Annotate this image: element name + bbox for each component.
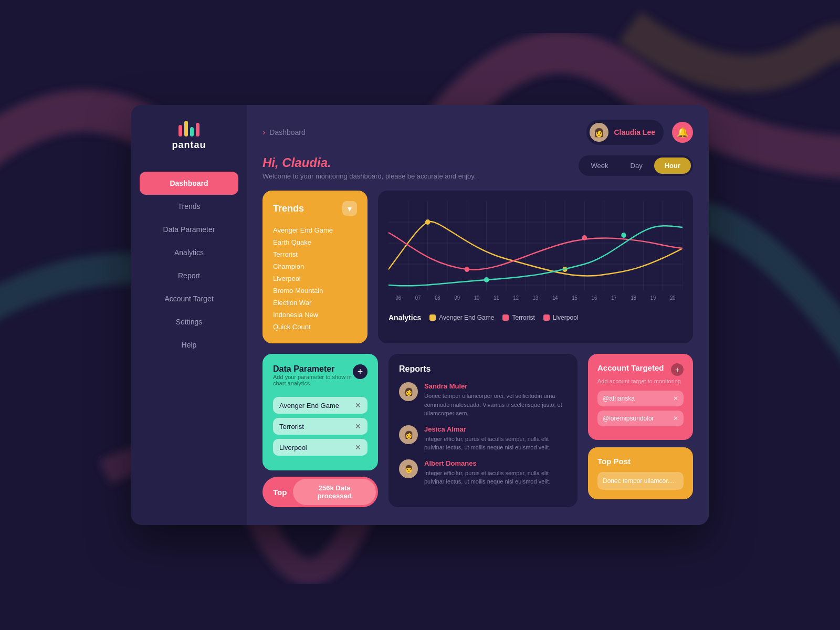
svg-text:10: 10 [474,295,479,301]
report-text-3: Integer efficitur, purus et iaculis semp… [424,469,567,486]
top-bar-label: Top [273,488,287,497]
filter-tab-hour[interactable]: Hour [654,158,691,174]
param-tag-remove-1[interactable]: ✕ [355,401,361,410]
param-tag-3: Liverpool ✕ [273,439,368,456]
data-param-subtitle: Add your parameter to show in chart anal… [273,374,353,386]
param-tag-remove-2[interactable]: ✕ [355,422,361,430]
sidebar-item-report[interactable]: Report [131,264,247,287]
trend-item-3[interactable]: Terrorist [273,248,357,260]
filter-tab-day[interactable]: Day [620,158,653,174]
param-tag-2: Terrorist ✕ [273,418,368,435]
report-content-1: Sandra Muler Donec tempor ullamcorper or… [424,382,567,418]
report-item-3: 👨 Albert Domanes Integer efficitur, puru… [399,459,567,486]
report-item-2: 👩 Jesica Almar Integer efficitur, purus … [399,425,567,452]
avatar: 👩 [590,123,608,142]
svg-text:12: 12 [513,295,518,301]
svg-text:14: 14 [552,295,558,301]
logo-bar-2 [184,121,188,136]
trend-item-1[interactable]: Avenger End Game [273,224,357,236]
svg-text:15: 15 [572,295,577,301]
breadcrumb: › Dashboard [262,128,306,137]
legend-dot-terrorist [502,314,509,321]
trends-card-header: Trends ▾ [273,201,357,216]
analytics-chart-card: 06 07 08 09 10 11 12 13 14 15 16 17 18 1… [378,191,693,343]
account-tag-remove-1[interactable]: ✕ [673,395,678,402]
chart-label: Analytics [388,313,421,322]
top-post-content: Donec tempor ullamcor.... [597,472,684,490]
top-bar: Top 256k Data processed [262,477,378,507]
report-item-1: 👩 Sandra Muler Donec tempor ullamcorper … [399,382,567,418]
sidebar-item-settings[interactable]: Settings [131,310,247,333]
legend-dot-liverpool [543,314,550,321]
param-tag-remove-3[interactable]: ✕ [355,443,361,452]
legend-liverpool: Liverpool [543,314,579,321]
account-targeted-subtitle: Add account target to monitoring [597,378,684,384]
report-avatar-1: 👩 [399,382,418,401]
filter-tabs: Week Day Hour [579,155,693,176]
svg-text:08: 08 [435,295,440,301]
legend-label-terrorist: Terrorist [512,314,534,321]
top-post-title: Top Post [597,457,684,466]
account-tag-label-2: @loremipsundolor [603,415,654,422]
filter-tab-week[interactable]: Week [581,158,619,174]
data-param-titles: Data Parameter Add your parameter to sho… [273,364,353,393]
report-text-2: Integer efficitur, purus et iaculis semp… [424,435,567,452]
main-content: › Dashboard 👩 Claudia Lee 🔔 Hi, Claudia.… [247,105,709,525]
data-parameter-card: Data Parameter Add your parameter to sho… [262,354,378,470]
account-targeted-add-button[interactable]: + [671,363,684,376]
trends-title: Trends [273,203,304,214]
data-param-title: Data Parameter [273,364,353,374]
svg-point-23 [484,277,489,282]
data-param-add-button[interactable]: + [353,364,368,379]
svg-text:20: 20 [670,295,675,301]
trends-chevron-button[interactable]: ▾ [342,201,357,216]
logo-bars [178,121,200,136]
sidebar: pantau Dashboard Trends Data Parameter A… [131,105,247,525]
welcome-row: Hi, Claudia. Welcome to your monitoring … [262,155,693,180]
welcome-subtitle: Welcome to your monitoring dashboard, pl… [262,172,476,180]
sidebar-item-data-parameter[interactable]: Data Parameter [131,218,247,241]
param-tag-label-2: Terrorist [279,423,304,430]
trend-item-4[interactable]: Champion [273,260,357,272]
logo-bar-1 [178,125,182,136]
user-info[interactable]: 👩 Claudia Lee [586,120,664,145]
account-tag-remove-2[interactable]: ✕ [673,415,678,422]
legend-terrorist: Terrorist [502,314,534,321]
sidebar-item-trends[interactable]: Trends [131,195,247,218]
account-tag-2: @loremipsundolor ✕ [597,411,684,426]
svg-text:16: 16 [592,295,597,301]
welcome-text: Hi, Claudia. Welcome to your monitoring … [262,155,476,180]
breadcrumb-label: Dashboard [269,128,306,136]
param-tag-1: Avenger End Game ✕ [273,397,368,414]
chart-footer: Analytics Avenger End Game Terrorist Liv… [388,313,682,322]
sidebar-item-analytics[interactable]: Analytics [131,241,247,264]
app-container: pantau Dashboard Trends Data Parameter A… [131,105,709,525]
bottom-row: Data Parameter Add your parameter to sho… [262,354,693,507]
trend-item-5[interactable]: Liverpool [273,272,357,285]
trend-item-7[interactable]: Election War [273,297,357,309]
svg-text:19: 19 [650,295,656,301]
param-tag-label-3: Liverpool [279,444,307,452]
sidebar-item-help[interactable]: Help [131,333,247,356]
content-row-top: Trends ▾ Avenger End Game Earth Quake Te… [262,191,693,343]
data-param-header: Data Parameter Add your parameter to sho… [273,364,368,393]
legend-label-avenger: Avenger End Game [439,314,494,321]
report-avatar-2: 👩 [399,425,418,444]
legend-avenger: Avenger End Game [429,314,494,321]
report-avatar-3: 👨 [399,459,418,478]
trend-item-9[interactable]: Quick Count [273,321,357,333]
svg-text:17: 17 [611,295,616,301]
header: › Dashboard 👩 Claudia Lee 🔔 [262,120,693,145]
notification-bell-button[interactable]: 🔔 [672,122,693,143]
account-targeted-title: Account Targeted [597,363,664,372]
legend-label-liverpool: Liverpool [553,314,579,321]
logo: pantau [131,121,247,151]
breadcrumb-arrow-icon: › [262,128,265,137]
logo-bar-4 [196,123,200,136]
trend-item-8[interactable]: Indonesia New [273,309,357,321]
sidebar-item-dashboard[interactable]: Dashboard [140,172,238,195]
trend-item-2[interactable]: Earth Quake [273,236,357,248]
trend-item-6[interactable]: Bromo Mountain [273,285,357,297]
sidebar-item-account-target[interactable]: Account Target [131,287,247,310]
user-name: Claudia Lee [614,128,655,136]
